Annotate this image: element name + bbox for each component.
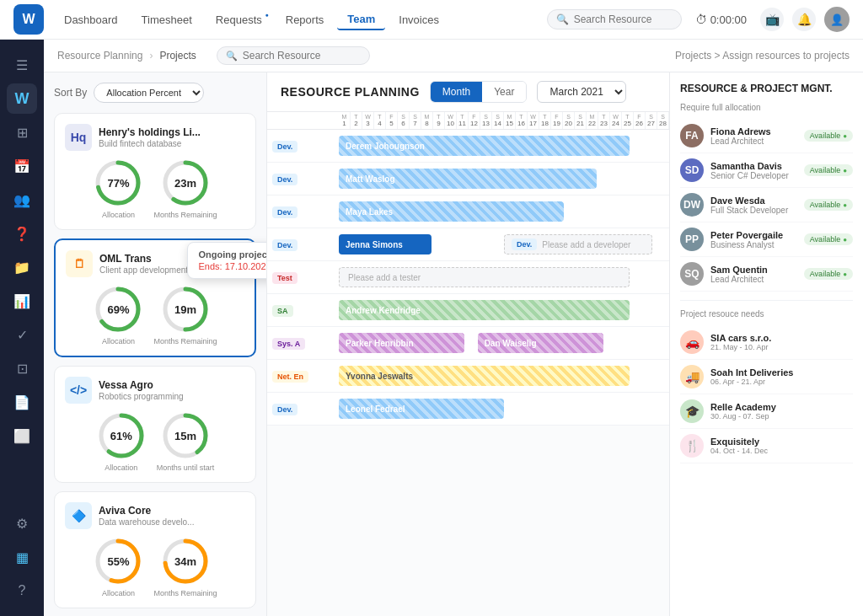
bell-icon[interactable]: 🔔 (792, 8, 816, 31)
sidebar-dashboard-icon[interactable]: ⊞ (7, 117, 37, 147)
resource-bar: Parker Henribbin (339, 333, 464, 353)
resource-timeline: Yvonna Jeswalts (339, 360, 669, 392)
tooltip-title: Ongoing project (198, 249, 267, 260)
resource-person[interactable]: PP Peter Povergaile Business Analyst Ava… (680, 222, 853, 257)
person-info: Peter Povergaile Business Analyst (710, 230, 797, 249)
project-name-henry: Henry's holdings Li... (99, 126, 201, 140)
breadcrumb-resource-planning[interactable]: Resource Planning (57, 50, 142, 62)
sidebar-question-icon[interactable]: ? (7, 576, 37, 606)
project-metrics-oml: 69% Allocation 19m Months Remaining (66, 284, 244, 345)
sidebar-help-icon[interactable]: ❓ (7, 218, 37, 249)
resource-person[interactable]: SQ Sam Quentin Lead Architect Available (680, 257, 853, 292)
sidebar-check-icon[interactable]: ✓ (7, 319, 37, 350)
day-header: F5 (386, 112, 398, 129)
project-desc-vessa: Robotics programming (99, 392, 184, 401)
day-header: F19 (551, 112, 563, 129)
breadcrumb-search-input[interactable] (243, 50, 361, 62)
need-icon: 🚚 (680, 365, 704, 388)
resource-tag: SA (272, 305, 293, 317)
project-need[interactable]: 🎓 Relle Academy 30. Aug - 07. Sep (680, 394, 853, 429)
person-info: Dave Wesda Full Stack Developer (710, 196, 797, 215)
sort-select[interactable]: Allocation Percent (94, 83, 204, 103)
project-need[interactable]: 🍴 Exquisitely 04. Oct - 14. Dec (680, 429, 853, 463)
app-logo[interactable]: W (13, 4, 44, 35)
day-header: S6 (398, 112, 410, 129)
resource-timeline: Please add a tester (339, 261, 669, 293)
view-month-btn[interactable]: Month (431, 82, 482, 102)
resource-timeline: Maya Lakes (339, 196, 669, 228)
day-header: M8 (421, 112, 433, 129)
need-info: Soah Int Deliveries 06. Apr - 21. Apr (710, 367, 853, 386)
project-need[interactable]: 🚚 Soah Int Deliveries 06. Apr - 21. Apr (680, 360, 853, 394)
resource-timeline: Jenna SimonsDev.Please add a developer (339, 228, 669, 260)
view-year-btn[interactable]: Year (482, 82, 526, 102)
metric-circle-months-oml: 19m (160, 284, 211, 335)
need-dates: 04. Oct - 14. Dec (710, 447, 853, 455)
resource-person[interactable]: DW Dave Wesda Full Stack Developer Avail… (680, 188, 853, 222)
sidebar-logo-icon[interactable]: W (7, 83, 37, 114)
nav-search-input[interactable] (574, 13, 673, 25)
sidebar-settings-icon[interactable]: ⚙ (7, 508, 37, 538)
screen-icon[interactable]: 📺 (760, 8, 784, 31)
resource-row-label: Dev. (267, 235, 339, 254)
months-value-aviva: 34m (174, 555, 196, 568)
breadcrumb-projects[interactable]: Projects (159, 50, 196, 62)
user-avatar[interactable]: 👤 (824, 7, 850, 32)
sidebar-folder-icon[interactable]: 📁 (7, 252, 37, 282)
resource-person[interactable]: SD Samantha Davis Senior C# Developer Av… (680, 153, 853, 188)
project-need[interactable]: 🚗 SIA cars s.r.o. 21. May - 10. Apr (680, 325, 853, 360)
breadcrumb-search-box[interactable]: 🔍 (217, 46, 370, 65)
nav-dashboard[interactable]: Dashboard (54, 10, 128, 29)
project-card-henry[interactable]: Hq Henry's holdings Li... Build fintech … (54, 113, 256, 230)
sidebar-team-icon[interactable]: 👥 (7, 185, 37, 215)
day-header: S13 (480, 112, 492, 129)
project-card-vessa[interactable]: </> Vessa Agro Robotics programming (54, 366, 256, 483)
day-header: T18 (539, 112, 551, 129)
metric-circle-alloc-vessa: 61% (96, 410, 147, 461)
day-header: F26 (634, 112, 646, 129)
planning-title: RESOURCE PLANNING (281, 85, 420, 99)
need-icon: 🍴 (680, 434, 704, 458)
sidebar-box-icon[interactable]: ⬜ (7, 420, 37, 451)
metric-months-oml: 19m Months Remaining Ongoing project End… (153, 284, 217, 345)
project-card-aviva[interactable]: 🔷 Aviva Core Data warehouse develo... (54, 491, 256, 608)
resource-row: Dev.Maya Lakes (267, 196, 669, 228)
nav-requests[interactable]: Requests (206, 10, 272, 29)
sidebar-doc-icon[interactable]: 📄 (7, 387, 37, 417)
resource-person[interactable]: FA Fiona Adrews Lead Architect Available (680, 119, 853, 153)
need-icon: 🎓 (680, 399, 704, 423)
month-select[interactable]: March 2021 (537, 81, 626, 103)
resource-row: Dev.Derem Johougnson (267, 130, 669, 163)
project-card-oml[interactable]: 🗒 OML Trans Client app development (54, 238, 256, 357)
metric-circle-alloc-aviva: 55% (93, 536, 143, 587)
resource-row: Dev.Leonel Fedrael (267, 393, 669, 426)
resource-row: Dev.Jenna SimonsDev.Please add a develop… (267, 228, 669, 261)
person-role: Full Stack Developer (710, 206, 797, 215)
sidebar-grid2-icon[interactable]: ▦ (7, 542, 37, 572)
sidebar-grid-icon[interactable]: ⊡ (7, 353, 37, 383)
calendar-header: M1T2W3T4F5S6S7M8T9W10T11F12S13S14M15T16W… (267, 112, 669, 130)
resource-row-label: Dev. (267, 169, 339, 189)
breadcrumb-sep1: › (149, 50, 153, 62)
day-header: F12 (469, 112, 480, 129)
nav-invoices[interactable]: Invoices (389, 10, 449, 29)
sort-bar: Sort By Allocation Percent (54, 83, 256, 103)
resource-row: SAAndrew Kendridge (267, 294, 669, 327)
day-header: W24 (610, 112, 622, 129)
sidebar-chart-icon[interactable]: 📊 (7, 286, 37, 316)
nav-team[interactable]: Team (337, 9, 385, 30)
nav-reports[interactable]: Reports (276, 10, 335, 29)
project-card-header-aviva: 🔷 Aviva Core Data warehouse develo... (65, 502, 245, 529)
person-info: Fiona Adrews Lead Architect (710, 126, 797, 146)
sidebar-menu-icon[interactable]: ☰ (7, 50, 37, 80)
resource-timeline: Matt Waslog (339, 163, 669, 195)
sidebar-calendar-icon[interactable]: 📅 (7, 151, 37, 181)
resource-bar: Maya Lakes (339, 201, 564, 222)
nav-timesheet[interactable]: Timesheet (131, 10, 202, 29)
day-header: T16 (516, 112, 528, 129)
nav-search-box[interactable]: 🔍 (547, 9, 682, 29)
metric-months-henry: 23m Months Remaining (153, 158, 217, 219)
project-icon-henry: Hq (65, 124, 92, 151)
months-label-henry: Months Remaining (153, 211, 217, 219)
resource-tag: Net. En (272, 371, 308, 383)
